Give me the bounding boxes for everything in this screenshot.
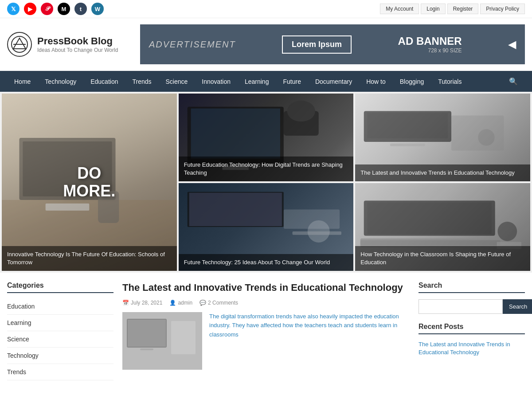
ad-lorem-button[interactable]: Lorem Ipsum	[282, 35, 352, 54]
nav-documentary[interactable]: Documentary	[308, 72, 359, 91]
svg-rect-14	[368, 113, 448, 138]
privacy-policy-link[interactable]: Privacy Policy	[480, 4, 525, 14]
main-nav: Home Technology Education Trends Science…	[0, 71, 532, 92]
ad-right: AD BANNER 728 x 90 SIZE	[398, 35, 462, 54]
ad-banner: ADVERTISEMENT Lorem Ipsum AD BANNER 728 …	[140, 24, 525, 64]
svg-rect-23	[292, 231, 341, 235]
body-section: Categories Education Learning Science Te…	[0, 273, 532, 389]
nav-blogging[interactable]: Blogging	[393, 72, 431, 91]
right-sidebar: Search Search Recent Posts The Latest an…	[419, 282, 525, 380]
nav-trends[interactable]: Trends	[125, 72, 158, 91]
twitter-icon[interactable]: 𝕏	[7, 3, 20, 15]
article-thumb-image	[122, 312, 202, 370]
search-button[interactable]: Search	[503, 299, 532, 314]
grid-item-bottom-right[interactable]: How Technology in the Classroom Is Shapi…	[355, 183, 530, 271]
svg-rect-16	[451, 116, 504, 151]
nav-learning[interactable]: Learning	[238, 72, 276, 91]
article-comments-text[interactable]: 2 Comments	[208, 300, 238, 306]
svg-rect-6	[46, 203, 90, 211]
nav-innovation[interactable]: Innovation	[195, 72, 238, 91]
grid-caption-bottom-right: How Technology in the Classroom Is Shapi…	[355, 246, 530, 271]
site-name: PressBook Blog	[37, 35, 118, 47]
ad-size: 728 x 90 SIZE	[398, 47, 462, 54]
ad-arrow-icon: ◀	[508, 38, 516, 51]
svg-rect-19	[189, 193, 282, 226]
logo-text: PressBook Blog Ideas About To Change Our…	[37, 35, 118, 53]
search-row: Search	[419, 299, 525, 314]
my-account-link[interactable]: My Account	[380, 4, 419, 14]
recent-post-item: The Latest and Innovative Trends in Educ…	[419, 340, 525, 356]
article-body: The digital transformation trends have a…	[122, 312, 410, 370]
svg-rect-15	[390, 144, 425, 146]
category-science[interactable]: Science	[7, 331, 113, 348]
featured-grid: DOMORE. Innovative Technology Is The Fut…	[0, 92, 532, 273]
svg-rect-28	[360, 240, 501, 246]
svg-rect-34	[140, 348, 153, 350]
article-date: 📅 July 28, 2021	[122, 300, 162, 306]
categories-title: Categories	[7, 282, 113, 293]
category-technology[interactable]: Technology	[7, 348, 113, 364]
header: PressBook Blog Ideas About To Change Our…	[0, 18, 532, 71]
search-input[interactable]	[419, 299, 503, 314]
grid-caption-top-right: The Latest and Innovative Trends in Educ…	[355, 164, 530, 181]
nav-how-to[interactable]: How to	[359, 72, 393, 91]
category-learning[interactable]: Learning	[7, 315, 113, 331]
grid-item-top-right[interactable]: Education The Latest and Innovative Tren…	[355, 94, 530, 181]
do-more-text: DOMORE.	[63, 164, 115, 200]
article-meta: 📅 July 28, 2021 👤 admin 💬 2 Comments	[122, 300, 410, 306]
article-author-text[interactable]: admin	[178, 300, 192, 306]
nav-search-icon[interactable]: 🔍	[502, 71, 525, 92]
ad-title: AD BANNER	[398, 35, 462, 47]
top-bar: 𝕏 ▶ 𝒫 M t W My Account Login Register Pr…	[0, 0, 532, 18]
article-thumbnail	[122, 312, 202, 370]
register-link[interactable]: Register	[447, 4, 479, 14]
top-nav: My Account Login Register Privacy Policy	[380, 4, 525, 14]
nav-technology[interactable]: Technology	[38, 72, 83, 91]
logo-svg	[11, 35, 28, 53]
nav-tutorials[interactable]: Tutorials	[431, 72, 469, 91]
article-title: The Latest and Innovative Trends in Educ…	[122, 282, 410, 294]
grid-item-top-center[interactable]: Future Education Technology: How Digital…	[179, 94, 354, 181]
left-sidebar: Categories Education Learning Science Te…	[7, 282, 113, 380]
pinterest-icon[interactable]: 𝒫	[41, 3, 53, 15]
svg-point-29	[498, 222, 517, 241]
article-author: 👤 admin	[169, 300, 192, 306]
author-icon: 👤	[169, 300, 176, 306]
category-trends[interactable]: Trends	[7, 364, 113, 380]
nav-science[interactable]: Science	[159, 72, 195, 91]
grid-item-large[interactable]: DOMORE. Innovative Technology Is The Fut…	[2, 94, 177, 271]
svg-point-12	[287, 101, 315, 122]
nav-home[interactable]: Home	[7, 72, 38, 91]
comment-icon: 💬	[200, 300, 206, 306]
svg-marker-1	[13, 38, 26, 49]
svg-rect-33	[128, 320, 166, 347]
svg-point-17	[478, 129, 495, 145]
logo-area: PressBook Blog Ideas About To Change Our…	[7, 32, 131, 57]
search-widget-title: Search	[419, 282, 525, 293]
grid-caption-top-center: Future Education Technology: How Digital…	[179, 156, 354, 181]
recent-post-link-1[interactable]: The Latest and Innovative Trends in Educ…	[419, 340, 525, 356]
article-excerpt: The digital transformation trends have a…	[209, 312, 410, 370]
calendar-icon: 📅	[122, 300, 129, 306]
tumblr-icon[interactable]: t	[74, 3, 87, 15]
grid-caption-bottom-center: Future Technology: 25 Ideas About To Cha…	[179, 254, 354, 271]
svg-rect-9	[191, 109, 280, 159]
login-link[interactable]: Login	[421, 4, 445, 14]
medium-icon[interactable]: M	[58, 3, 70, 15]
site-tagline: Ideas About To Change Our World	[37, 47, 118, 53]
grid-caption-large: Innovative Technology Is The Future Of E…	[2, 246, 177, 271]
grid-image-do-more: DOMORE.	[2, 94, 177, 271]
nav-education[interactable]: Education	[83, 72, 125, 91]
wordpress-icon[interactable]: W	[91, 3, 104, 15]
grid-item-bottom-center[interactable]: Future Technology: 25 Ideas About To Cha…	[179, 183, 354, 271]
youtube-icon[interactable]: ▶	[24, 3, 36, 15]
category-education[interactable]: Education	[7, 298, 113, 315]
main-content: The Latest and Innovative Trends in Educ…	[122, 282, 410, 380]
svg-rect-26	[368, 203, 492, 234]
ad-advertisement-text: ADVERTISEMENT	[149, 39, 236, 50]
social-icons: 𝕏 ▶ 𝒫 M t W	[7, 3, 104, 15]
logo-icon	[7, 32, 32, 57]
article-date-text: July 28, 2021	[131, 300, 162, 306]
article-comments: 💬 2 Comments	[200, 300, 238, 306]
nav-future[interactable]: Future	[276, 72, 308, 91]
